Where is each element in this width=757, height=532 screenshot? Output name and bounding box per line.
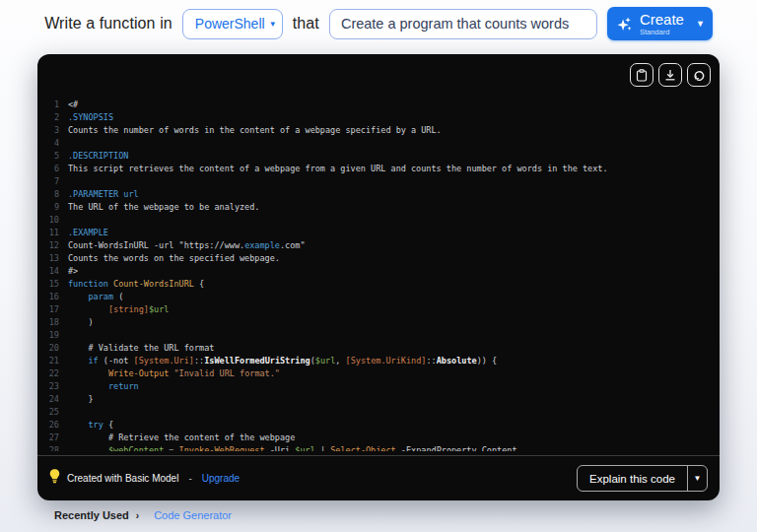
chevron-down-icon: ▼ [269, 20, 277, 29]
line-number: 18 [43, 316, 59, 329]
code-line: 11.EXAMPLE [43, 227, 716, 239]
line-content: Count-WordsInURL -url "https://www.examp… [68, 239, 306, 252]
line-content: if (-not [System.Uri]::IsWellFormedUriSt… [68, 355, 497, 367]
line-number: 28 [43, 444, 59, 451]
explain-button-group: Explain this code ▼ [577, 465, 708, 492]
code-line: 27 # Retrieve the content of the webpage [43, 432, 716, 444]
line-content: .DESCRIPTION [68, 150, 128, 163]
code-line: 28 $webContent = Invoke-WebRequest -Uri … [43, 444, 716, 451]
line-content: try { [68, 419, 113, 432]
code-line: 19 [43, 329, 716, 342]
line-content: param ( [68, 291, 123, 303]
middle-label: that [293, 15, 319, 33]
code-line: 16 param ( [43, 291, 716, 303]
model-footer: Created with Basic Model - Upgrade Expla… [37, 455, 720, 500]
code-line: 17 [string]$url [43, 303, 716, 316]
download-icon[interactable] [658, 63, 682, 87]
language-select[interactable]: PowerShell ▼ [182, 9, 283, 39]
line-number: 4 [43, 137, 59, 150]
line-number: 24 [43, 393, 59, 406]
code-generator-link[interactable]: Code Generator [154, 509, 232, 521]
code-line: 5.DESCRIPTION [43, 150, 716, 163]
line-number: 15 [43, 278, 59, 291]
line-number: 19 [43, 329, 59, 342]
explain-code-button[interactable]: Explain this code [578, 466, 687, 491]
line-number: 11 [43, 227, 59, 239]
separator: - [188, 473, 191, 484]
code-line: 23 return [43, 380, 716, 393]
line-number: 3 [43, 124, 59, 137]
code-line: 8.PARAMETER url [43, 188, 716, 201]
code-line: 6This script retrieves the content of a … [43, 163, 716, 175]
line-content: return [68, 380, 139, 393]
line-content: <# [68, 99, 78, 111]
line-number: 9 [43, 201, 59, 214]
code-line: 9The URL of the webpage to be analyzed. [43, 201, 716, 214]
line-number: 12 [43, 239, 59, 252]
code-line: 1<# [43, 99, 716, 111]
code-line: 10 [43, 214, 716, 227]
prompt-input[interactable] [329, 9, 597, 39]
line-number: 26 [43, 419, 59, 432]
code-line: 15function Count-WordsInURL { [43, 278, 716, 291]
line-content: # Validate the URL format [68, 342, 214, 355]
line-content: The URL of the webpage to be analyzed. [68, 201, 259, 214]
line-number: 5 [43, 150, 59, 163]
line-content: This script retrieves the content of a w… [68, 163, 608, 175]
breadcrumb: Recently Used › Code Generator [54, 509, 232, 521]
create-button[interactable]: Create Standard ▼ [607, 7, 713, 40]
line-content: [string]$url [68, 303, 169, 316]
code-line: 18 ) [43, 316, 716, 329]
line-number: 20 [43, 342, 59, 355]
code-line: 3Counts the number of words in the conte… [43, 124, 716, 137]
code-line: 22 Write-Output "Invalid URL format." [43, 367, 716, 380]
lightbulb-icon [49, 469, 60, 488]
sparkles-icon [616, 16, 633, 33]
line-number: 7 [43, 175, 59, 188]
line-number: 6 [43, 163, 59, 175]
line-content: } [68, 393, 94, 406]
line-content: #> [68, 265, 78, 278]
line-number: 17 [43, 303, 59, 316]
code-line: 26 try { [43, 419, 716, 432]
line-content: $webContent = Invoke-WebRequest -Uri $ur… [68, 444, 517, 451]
line-content: Write-Output "Invalid URL format." [68, 367, 280, 380]
generator-toolbar: Write a function in PowerShell ▼ that Cr… [0, 6, 757, 41]
line-number: 23 [43, 380, 59, 393]
create-button-sublabel: Standard [640, 29, 669, 36]
prefix-label: Write a function in [44, 15, 172, 33]
code-line: 25 [43, 406, 716, 419]
code-line: 4 [43, 137, 716, 150]
line-content: .PARAMETER url [68, 188, 139, 201]
copy-icon[interactable] [630, 63, 654, 87]
create-dropdown-caret[interactable]: ▼ [696, 19, 705, 29]
line-number: 16 [43, 291, 59, 303]
line-number: 13 [43, 252, 59, 265]
created-with-text: Created with Basic Model [67, 473, 178, 484]
line-number: 14 [43, 265, 59, 278]
explain-dropdown-caret[interactable]: ▼ [687, 466, 707, 491]
undo-icon[interactable] [687, 63, 711, 87]
code-line: 21 if (-not [System.Uri]::IsWellFormedUr… [43, 355, 716, 367]
line-content: Counts the words on the specified webpag… [68, 252, 280, 265]
line-content: .SYNOPSIS [68, 111, 113, 124]
chevron-right-icon: › [136, 510, 139, 521]
editor-actions [630, 63, 711, 87]
code-line: 13Counts the words on the specified webp… [43, 252, 716, 265]
line-number: 27 [43, 432, 59, 444]
line-number: 25 [43, 406, 59, 419]
line-number: 10 [43, 214, 59, 227]
line-content: .EXAMPLE [68, 227, 108, 239]
code-line: 20 # Validate the URL format [43, 342, 716, 355]
line-number: 2 [43, 111, 59, 124]
upgrade-link[interactable]: Upgrade [202, 473, 240, 484]
code-line: 7 [43, 175, 716, 188]
line-number: 21 [43, 355, 59, 367]
line-content: # Retrieve the content of the webpage [68, 432, 295, 444]
code-line: 24 } [43, 393, 716, 406]
code-lines[interactable]: 1<#2.SYNOPSIS3Counts the number of words… [43, 99, 716, 451]
line-content: function Count-WordsInURL { [68, 278, 204, 291]
code-line: 14#> [43, 265, 716, 278]
code-panel: 1<#2.SYNOPSIS3Counts the number of words… [37, 54, 720, 500]
code-line: 12Count-WordsInURL -url "https://www.exa… [43, 239, 716, 252]
